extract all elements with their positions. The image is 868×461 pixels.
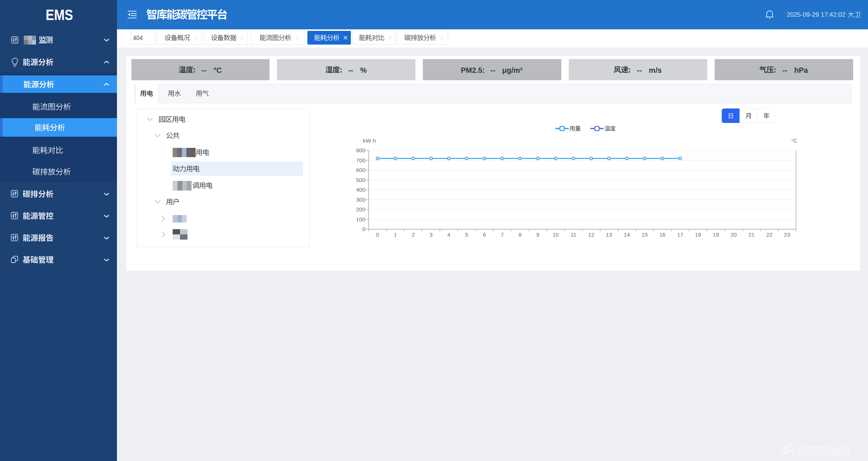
svg-text:100: 100 — [356, 216, 365, 223]
svg-text:5: 5 — [465, 231, 468, 238]
svg-text:2: 2 — [412, 231, 415, 238]
svg-text:kW·h: kW·h — [363, 137, 376, 144]
svg-text:19: 19 — [713, 231, 719, 238]
svg-text:8: 8 — [518, 231, 521, 238]
svg-text:15: 15 — [642, 231, 648, 238]
svg-text:500: 500 — [356, 177, 365, 183]
svg-text:21: 21 — [748, 231, 755, 238]
svg-text:°C: °C — [791, 138, 797, 144]
svg-text:6: 6 — [483, 231, 486, 238]
svg-text:300: 300 — [356, 197, 365, 203]
svg-text:12: 12 — [588, 231, 594, 238]
svg-text:200: 200 — [356, 206, 365, 212]
svg-text:600: 600 — [356, 167, 365, 173]
svg-text:22: 22 — [766, 231, 773, 238]
svg-text:9: 9 — [536, 231, 539, 238]
svg-text:0: 0 — [376, 231, 379, 238]
svg-text:800: 800 — [356, 147, 365, 153]
svg-text:16: 16 — [659, 231, 666, 238]
svg-text:23: 23 — [784, 231, 790, 238]
svg-text:10: 10 — [552, 231, 559, 238]
svg-text:17: 17 — [677, 231, 683, 238]
svg-text:13: 13 — [606, 231, 612, 238]
svg-text:700: 700 — [356, 157, 365, 163]
svg-text:1: 1 — [394, 231, 397, 238]
svg-text:18: 18 — [695, 231, 701, 238]
svg-text:4: 4 — [447, 231, 450, 238]
svg-text:7: 7 — [501, 231, 504, 238]
svg-text:400: 400 — [356, 186, 365, 193]
svg-text:20: 20 — [731, 231, 737, 238]
svg-text:11: 11 — [571, 231, 577, 238]
svg-text:3: 3 — [430, 231, 433, 238]
svg-text:0: 0 — [362, 226, 365, 232]
svg-text:14: 14 — [624, 231, 630, 238]
